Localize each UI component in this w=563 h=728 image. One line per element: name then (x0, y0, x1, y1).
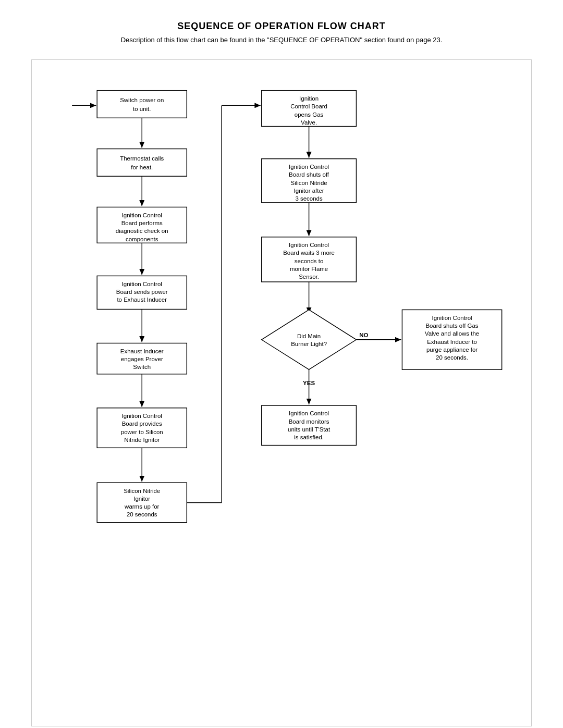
switch-power-text2: to unit. (133, 106, 151, 112)
page: SEQUENCE OF OPERATION FLOW CHART Descrip… (21, 0, 542, 728)
shuts-off-text1: Ignition Control (289, 164, 329, 170)
no-label: NO (359, 332, 368, 338)
prover-text3: Switch (133, 364, 151, 370)
diagnostic-text3: diagnostic check on (116, 228, 168, 234)
waits-text3: seconds to (295, 258, 323, 264)
shuts-off-text3: Silicon Nitride (291, 180, 327, 186)
monitors-text3: units until T'Stat (288, 426, 331, 433)
diamond-text1: Did Main (297, 333, 321, 339)
waits-text5: Sensor. (299, 274, 319, 280)
waits-text2: Board waits 3 more (283, 250, 335, 256)
shuts-gas-text3: Valve and allows the (425, 330, 479, 337)
shuts-off-text4: Ignitor after (294, 188, 324, 194)
diamond-text2: Burner Light? (291, 341, 327, 347)
waits-text1: Ignition Control (289, 242, 329, 248)
shuts-off-text2: Board shuts off (289, 171, 329, 178)
shuts-gas-text2: Board shuts off Gas (425, 323, 478, 329)
shuts-gas-text5: purge appliance for (426, 347, 478, 353)
silicon-warmup-text1: Silicon Nitride (124, 488, 160, 494)
prover-text2: engages Prover (121, 356, 163, 362)
diagnostic-text1: Ignition Control (122, 212, 162, 218)
shuts-off-text5: 3 seconds (295, 195, 323, 202)
switch-power-box (97, 91, 187, 118)
flowchart-container: Switch power on to unit. Thermostat call… (31, 59, 532, 726)
silicon-power-text3: power to Silicon (121, 429, 163, 435)
switch-power-text: Switch power on (120, 97, 164, 103)
exhaust-power-text3: to Exhaust Inducer (117, 297, 167, 303)
gas-valve-text4: Valve. (301, 119, 317, 126)
shuts-gas-text4: Exhaust Inducer to (427, 339, 477, 345)
silicon-power-text4: Nitride Ignitor (124, 437, 160, 443)
silicon-power-text1: Ignition Control (122, 413, 162, 419)
exhaust-power-text1: Ignition Control (122, 281, 162, 287)
waits-text4: monitor Flame (290, 266, 328, 272)
silicon-power-text2: Board provides (122, 421, 162, 427)
diamond-decision (262, 310, 357, 369)
page-title: SEQUENCE OF OPERATION FLOW CHART (31, 21, 532, 32)
page-description: Description of this flow chart can be fo… (31, 36, 532, 44)
silicon-warmup-text2: Ignitor (133, 496, 150, 502)
diagnostic-text2: Board performs (121, 220, 163, 226)
silicon-warmup-text3: warms up for (124, 503, 159, 510)
thermostat-box (97, 149, 187, 177)
monitors-text2: Board monitors (289, 418, 329, 425)
shuts-gas-text6: 20 seconds. (436, 354, 468, 361)
gas-valve-text2: Control Board (290, 103, 327, 109)
prover-text1: Exhaust Inducer (120, 348, 164, 354)
monitors-text4: is satisfied. (294, 434, 324, 440)
flowchart-svg: Switch power on to unit. Thermostat call… (42, 76, 521, 704)
shuts-gas-text1: Ignition Control (432, 315, 472, 321)
silicon-warmup-text4: 20 seconds (127, 511, 157, 517)
thermostat-text: Thermostat calls (120, 155, 164, 162)
exhaust-power-text2: Board sends power (116, 289, 168, 295)
monitors-text1: Ignition Control (289, 410, 329, 416)
diagnostic-text4: components (126, 236, 158, 242)
thermostat-text2: for heat. (131, 164, 153, 170)
gas-valve-text1: Ignition (299, 95, 319, 102)
gas-valve-text3: opens Gas (295, 112, 324, 118)
